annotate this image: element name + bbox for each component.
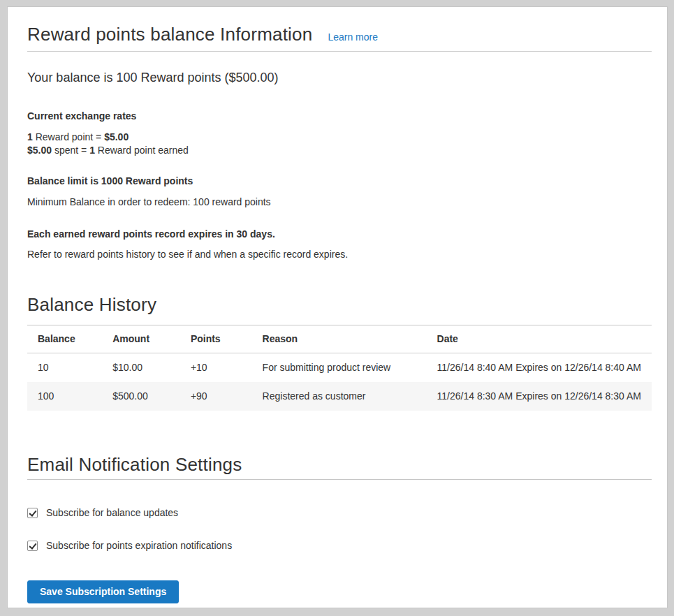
expiration-notifications-checkbox[interactable] [27, 541, 38, 551]
balance-updates-checkbox[interactable] [27, 508, 38, 518]
page-title: Reward points balance Information [27, 22, 312, 46]
rate2-value: $5.00 [27, 145, 52, 156]
cell-balance: 10 [27, 353, 102, 383]
cell-reason: For submitting product review [252, 353, 427, 383]
rate2-text: spent = [52, 145, 89, 156]
table-row: 10 $10.00 +10 For submitting product rev… [27, 353, 652, 383]
exchange-rates: 1 Reward point = $5.00 $5.00 spent = 1 R… [27, 131, 652, 157]
column-header-date: Date [427, 325, 652, 353]
rate1-value: $5.00 [104, 131, 129, 142]
cell-amount: $10.00 [102, 353, 180, 383]
balance-limit-heading: Balance limit is 1000 Reward points [27, 175, 652, 187]
save-subscription-settings-button[interactable]: Save Subscription Settings [27, 580, 179, 603]
expiration-notifications-label[interactable]: Subscribe for points expiration notifica… [46, 539, 232, 552]
balance-history-table: Balance Amount Points Reason Date 10 $10… [27, 325, 652, 411]
balance-updates-option: Subscribe for balance updates [27, 506, 652, 519]
rate1-points: 1 [27, 131, 33, 142]
cell-amount: $500.00 [102, 382, 180, 411]
min-balance-note: Minimum Balance in order to redeem: 100 … [27, 196, 652, 208]
rate2-points: 1 [89, 145, 95, 156]
balance-history-heading: Balance History [27, 293, 652, 325]
balance-updates-label[interactable]: Subscribe for balance updates [46, 506, 178, 519]
cell-date: 11/26/14 8:40 AM Expires on 12/26/14 8:4… [427, 353, 652, 383]
rate1-text: Reward point = [33, 131, 104, 142]
expiration-notifications-option: Subscribe for points expiration notifica… [27, 539, 652, 552]
cell-points: +90 [180, 382, 252, 411]
column-header-points: Points [180, 325, 252, 353]
email-notification-heading: Email Notification Settings [27, 453, 652, 480]
reward-points-panel: Reward points balance Information Learn … [7, 6, 668, 608]
expiry-note: Refer to reward points history to see if… [27, 249, 652, 261]
cell-points: +10 [180, 353, 252, 383]
cell-balance: 100 [27, 382, 102, 411]
learn-more-link[interactable]: Learn more [328, 31, 378, 43]
column-header-reason: Reason [252, 325, 427, 353]
balance-history-section: Balance History Balance Amount Points Re… [27, 293, 652, 411]
table-header-row: Balance Amount Points Reason Date [27, 325, 652, 353]
column-header-amount: Amount [102, 325, 180, 353]
page-header: Reward points balance Information Learn … [27, 22, 652, 52]
cell-reason: Registered as customer [252, 382, 427, 411]
balance-summary: Your balance is 100 Reward points ($500.… [27, 70, 652, 85]
expiry-heading: Each earned reward points record expires… [27, 228, 652, 240]
rate2-tail: Reward point earned [95, 145, 189, 156]
rate-line-1: 1 Reward point = $5.00 [27, 131, 652, 144]
cell-date: 11/26/14 8:30 AM Expires on 12/26/14 8:3… [427, 382, 652, 411]
email-notification-section: Email Notification Settings Subscribe fo… [27, 453, 652, 603]
table-row: 100 $500.00 +90 Registered as customer 1… [27, 382, 652, 411]
column-header-balance: Balance [27, 325, 102, 353]
exchange-rates-heading: Current exchange rates [27, 110, 652, 122]
rate-line-2: $5.00 spent = 1 Reward point earned [27, 144, 652, 157]
